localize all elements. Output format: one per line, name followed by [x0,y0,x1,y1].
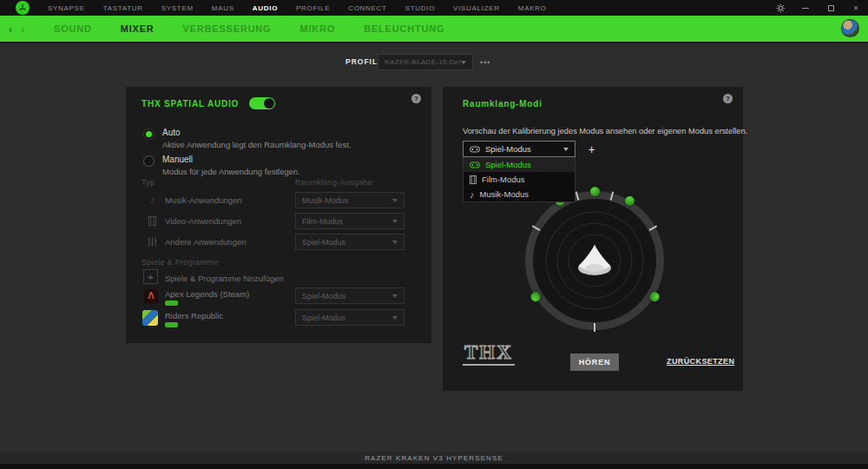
mode-option-musik[interactable]: ♪ Musik-Modus [464,187,575,201]
menu-item-studio[interactable]: STUDIO [405,4,435,12]
settings-gear-icon[interactable] [775,3,786,13]
chevron-down-icon [392,199,398,202]
tab-beleuchtung[interactable]: BELEUCHTUNG [364,23,444,34]
reset-link[interactable]: ZURÜCKSETZEN [667,357,734,366]
thx-logo: THX [463,342,515,366]
raumklang-modi-panel: ? Raumklang-Modi Vorschau der Kalibrieru… [443,87,743,391]
radio-manuell-desc: Modus für jede Anwendung festlegen. [162,167,300,176]
app-type-label: Video-Anwendungen [165,216,241,226]
radio-manuell[interactable] [143,155,155,167]
device-bar: RAZER KRAKEN V3 HYPERSENSE [0,452,868,464]
titlebar-menu: SYNAPSE TASTATUR SYSTEM MAUS AUDIO PROFI… [48,0,547,16]
chevron-down-icon [392,316,398,320]
chevron-down-icon [392,241,398,244]
chevron-down-icon [392,294,398,298]
menu-item-profile[interactable]: PROFILE [296,4,330,12]
radio-auto[interactable] [143,129,155,140]
chevron-down-icon [392,220,398,223]
app-type-row: ♪ Musik-Anwendungen Musik-Modus [126,192,431,208]
profile-label: PROFIL [345,57,378,66]
nav-forward-icon[interactable]: › [21,23,24,35]
speaker-dot[interactable] [590,187,600,196]
menu-item-synapse[interactable]: SYNAPSE [48,4,85,12]
select-value: Spiel-Modus [302,292,392,301]
radio-auto-label: Auto [162,128,352,137]
riders-mode-select[interactable]: Spiel-Modus [295,309,404,326]
game-name: Riders Republic [165,311,223,320]
radio-manuell-label: Manuell [162,155,300,164]
riders-republic-icon [142,310,158,326]
add-game-label[interactable]: Spiele & Programme hinzufügen [165,274,284,283]
thx-spatial-audio-panel: ? THX SPATIAL AUDIO Auto Aktive Anwendun… [126,87,431,343]
output-column-header: Raumklang-Ausgabe [295,178,372,187]
mode-option-spiel[interactable]: Spiel-Modus [464,157,575,172]
app-type-label: Andere Anwendungen [165,237,247,247]
profile-bar: PROFIL RAZER-BLADE-15-Del... ••• [0,54,868,71]
game-badge [165,322,178,327]
tab-mikro[interactable]: MIKRO [299,23,335,34]
menu-item-tastatur[interactable]: TASTATUR [103,4,143,12]
mode-select[interactable]: Spiel-Modus [463,141,575,157]
menu-item-connect[interactable]: CONNECT [348,4,386,12]
maximize-icon[interactable] [825,3,836,13]
razer-logo-icon[interactable] [16,1,30,15]
thx-toggle[interactable] [249,97,275,109]
profile-select[interactable]: RAZER-BLADE-15-Del... [378,54,473,70]
chevron-down-icon [461,61,466,64]
add-mode-button[interactable]: + [583,141,600,157]
raumklang-description: Vorschau der Kalibrierung jedes Modus an… [463,127,739,135]
music-note-icon: ♪ [147,195,158,206]
user-avatar[interactable] [841,19,859,37]
help-icon[interactable]: ? [723,94,733,103]
help-icon[interactable]: ? [411,94,421,103]
film-icon [147,215,158,227]
tab-sound[interactable]: SOUND [54,23,92,34]
gamepad-icon [470,162,480,168]
menu-item-visualizer[interactable]: VISUALIZER [453,4,500,12]
menu-item-audio[interactable]: AUDIO [253,4,278,12]
sliders-icon [147,236,158,248]
mode-option-film[interactable]: Film-Modus [464,172,575,187]
menu-item-maus[interactable]: MAUS [212,4,234,12]
device-name: RAZER KRAKEN V3 HYPERSENSE [365,454,503,462]
mode-option-label: Musik-Modus [480,189,529,199]
apex-mode-select[interactable]: Spiel-Modus [295,287,404,304]
divider [0,42,868,43]
thx-spatial-audio-title: THX SPATIAL AUDIO [141,99,239,109]
select-value: Musik-Modus [302,196,392,205]
tab-mixer[interactable]: MIXER [121,23,155,34]
raumklang-modi-title: Raumklang-Modi [463,99,542,109]
close-icon[interactable]: × [851,3,861,13]
add-game-button[interactable]: + [143,269,158,284]
minimize-icon[interactable] [800,3,811,13]
radio-auto-desc: Aktive Anwendung legt den Raumklang-Modu… [162,140,352,149]
mode-option-label: Film-Modus [482,175,525,184]
nav-back-icon[interactable]: ‹ [9,23,12,35]
games-section-header: Spiele & Programme [141,258,218,267]
game-name: Apex Legends (Steam) [165,289,249,299]
subnav: ‹ › SOUND MIXER VERBESSERUNG MIKRO BELEU… [0,16,868,42]
profile-more-button[interactable]: ••• [480,58,490,67]
type-column-header: Typ [141,178,155,187]
calibration-dial [521,187,668,334]
apex-legends-icon: Λ [144,289,158,303]
app-type-row: Andere Anwendungen Spiel-Modus [126,234,431,250]
game-badge [165,301,178,306]
app-type-label: Musik-Anwendungen [165,195,242,205]
tab-verbesserung[interactable]: VERBESSERUNG [183,23,272,34]
toggle-knob [264,98,274,109]
titlebar: SYNAPSE TASTATUR SYSTEM MAUS AUDIO PROFI… [0,0,868,16]
profile-select-value: RAZER-BLADE-15-Del... [385,58,461,66]
listen-button[interactable]: HÖREN [570,353,619,371]
video-mode-select[interactable]: Film-Modus [295,213,404,229]
select-value: Film-Modus [302,217,392,226]
music-mode-select[interactable]: Musik-Modus [295,192,404,208]
gamepad-icon [470,146,480,153]
other-mode-select[interactable]: Spiel-Modus [295,234,404,250]
select-value: Spiel-Modus [302,314,392,322]
music-note-icon: ♪ [470,190,475,199]
mode-option-label: Spiel-Modus [485,160,531,169]
menu-item-makro[interactable]: MAKRO [518,4,547,12]
menu-item-system[interactable]: SYSTEM [161,4,194,12]
bottom-strip [0,464,868,469]
